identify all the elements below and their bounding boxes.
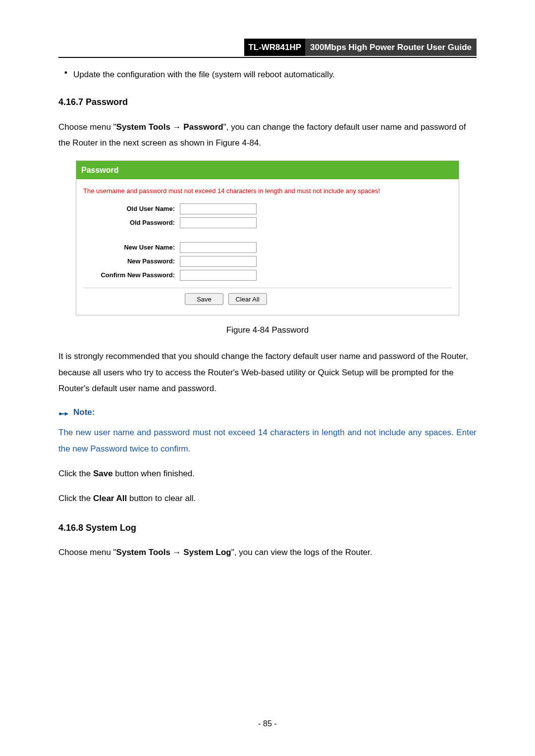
clear-prefix: Click the bbox=[58, 494, 93, 503]
syslog-suffix: ", you can view the logs of the Router. bbox=[231, 548, 373, 557]
syslog-intro-paragraph: Choose menu "System Tools → System Log",… bbox=[58, 545, 477, 560]
bullet-dot-icon: • bbox=[58, 68, 73, 79]
label-confirm-pass: Confirm New Password: bbox=[83, 270, 180, 281]
row-confirm-pass: Confirm New Password: bbox=[83, 270, 452, 281]
save-suffix: button when finished. bbox=[113, 469, 195, 478]
label-old-pass: Old Password: bbox=[83, 218, 180, 228]
clear-suffix: button to clear all. bbox=[127, 494, 196, 503]
page-header: TL-WR841HP 300Mbps High Power Router Use… bbox=[58, 39, 477, 58]
figure-password-panel: Password The username and password must … bbox=[76, 160, 459, 315]
save-prefix: Click the bbox=[58, 469, 93, 478]
clear-bold: Clear All bbox=[93, 494, 127, 503]
input-old-user[interactable] bbox=[180, 203, 257, 214]
row-new-user: New User Name: bbox=[83, 242, 452, 253]
row-old-pass: Old Password: bbox=[83, 217, 452, 228]
input-new-pass[interactable] bbox=[180, 256, 257, 267]
note-body: The new user name and password must not … bbox=[58, 425, 477, 457]
input-confirm-pass[interactable] bbox=[180, 270, 257, 281]
note-label: Note: bbox=[73, 405, 95, 419]
panel-warning: The username and password must not excee… bbox=[83, 186, 452, 197]
page-number: - 85 - bbox=[0, 717, 535, 730]
intro-bold-password: Password bbox=[183, 122, 223, 132]
clear-all-button[interactable]: Clear All bbox=[228, 293, 267, 305]
pointing-hand-icon bbox=[58, 408, 69, 416]
intro-bold-systools: System Tools bbox=[116, 122, 170, 132]
syslog-prefix: Choose menu " bbox=[58, 548, 116, 557]
syslog-arrow: → bbox=[170, 548, 183, 557]
section-heading-password: 4.16.7 Password bbox=[58, 95, 477, 109]
svg-point-0 bbox=[59, 412, 62, 415]
panel-body: The username and password must not excee… bbox=[76, 179, 459, 315]
clear-instruction: Click the Clear All button to clear all. bbox=[58, 491, 477, 506]
label-new-user: New User Name: bbox=[83, 243, 180, 253]
syslog-bold-syslog: System Log bbox=[183, 548, 231, 557]
syslog-bold-systools: System Tools bbox=[116, 548, 170, 557]
row-new-pass: New Password: bbox=[83, 256, 452, 267]
save-button[interactable]: Save bbox=[185, 293, 223, 305]
intro-arrow: → bbox=[170, 122, 183, 132]
label-new-pass: New Password: bbox=[83, 256, 180, 267]
save-instruction: Click the Save button when finished. bbox=[58, 466, 477, 482]
save-bold: Save bbox=[93, 469, 113, 478]
password-intro-paragraph: Choose menu "System Tools → Password", y… bbox=[58, 119, 477, 151]
figure-caption: Figure 4-84 Password bbox=[58, 323, 477, 337]
input-new-user[interactable] bbox=[180, 242, 257, 253]
row-old-user: Old User Name: bbox=[83, 203, 452, 214]
recommend-paragraph: It is strongly recommended that you shou… bbox=[58, 349, 477, 397]
intro-prefix: Choose menu " bbox=[58, 122, 116, 132]
section-heading-syslog: 4.16.8 System Log bbox=[58, 521, 477, 535]
guide-title: 300Mbps High Power Router User Guide bbox=[305, 39, 477, 56]
bullet-item: • Update the configuration with the file… bbox=[58, 68, 477, 81]
button-row: Save Clear All bbox=[83, 288, 452, 310]
model-badge: TL-WR841HP bbox=[244, 39, 305, 56]
bullet-text: Update the configuration with the file (… bbox=[73, 68, 477, 81]
panel-title: Password bbox=[76, 161, 459, 180]
note-heading: Note: bbox=[58, 405, 477, 419]
form-gap bbox=[83, 231, 452, 242]
label-old-user: Old User Name: bbox=[83, 204, 180, 214]
input-old-pass[interactable] bbox=[180, 217, 257, 228]
